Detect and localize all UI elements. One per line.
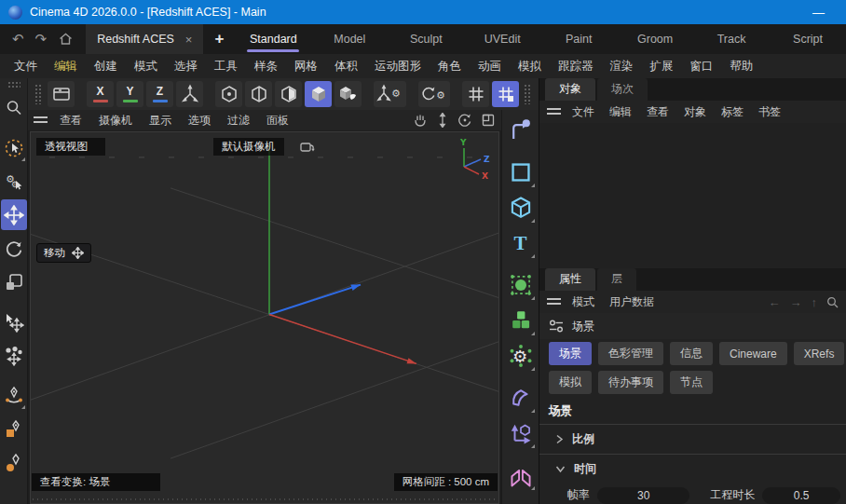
om-menu-file[interactable]: 文件 xyxy=(565,104,602,120)
menu-help[interactable]: 帮助 xyxy=(722,59,762,75)
lock-z-axis-button[interactable]: Z xyxy=(146,81,173,107)
subdivision-surface-button[interactable] xyxy=(505,268,537,302)
selected-object-row[interactable]: 场景 xyxy=(539,313,846,339)
vp-menu-panel[interactable]: 面板 xyxy=(258,113,297,129)
redo-icon[interactable]: ↷ xyxy=(35,31,48,48)
volume-builder-button[interactable] xyxy=(505,304,537,337)
menu-create[interactable]: 创建 xyxy=(86,59,126,75)
menu-file[interactable]: 文件 xyxy=(6,59,46,75)
workspace-tab-sculpt[interactable]: Sculpt xyxy=(388,24,464,54)
tab-takes[interactable]: 场次 xyxy=(597,78,648,101)
category-todo[interactable]: 待办事项 xyxy=(598,371,663,394)
category-cineware[interactable]: Cineware xyxy=(719,342,787,365)
menu-extensions[interactable]: 扩展 xyxy=(642,59,682,75)
vp-menu-view[interactable]: 查看 xyxy=(51,113,90,129)
camera-swap-icon[interactable] xyxy=(299,140,316,154)
menu-tools[interactable]: 工具 xyxy=(206,59,246,75)
live-selection-tool[interactable] xyxy=(1,132,27,163)
tab-layers[interactable]: 层 xyxy=(597,268,636,291)
toolbar-drag-handle-2[interactable] xyxy=(524,84,532,104)
pan-hand-icon[interactable] xyxy=(413,113,428,128)
minimize-button[interactable]: — xyxy=(799,6,838,20)
workspace-tab-track[interactable]: Track xyxy=(693,24,770,54)
hierarchy-up-icon[interactable]: ↑ xyxy=(812,295,818,309)
category-info[interactable]: 信息 xyxy=(670,342,713,365)
undo-icon[interactable]: ↶ xyxy=(12,31,24,48)
scale-tool[interactable] xyxy=(1,266,27,297)
commander-search-button[interactable] xyxy=(1,92,27,123)
vp-menu-filter[interactable]: 过滤 xyxy=(219,113,258,129)
menu-mode[interactable]: 模式 xyxy=(126,59,166,75)
lock-y-axis-button[interactable]: Y xyxy=(116,81,143,107)
workspace-tab-groom[interactable]: Groom xyxy=(617,24,693,54)
vp-menu-cameras[interactable]: 摄像机 xyxy=(90,113,141,129)
menu-mesh[interactable]: 网格 xyxy=(286,59,326,75)
spline-pen-tool[interactable] xyxy=(1,380,27,411)
menu-window[interactable]: 窗口 xyxy=(682,59,722,75)
om-menu-view[interactable]: 查看 xyxy=(639,104,676,120)
am-menu-userdata[interactable]: 用户数据 xyxy=(602,294,662,310)
rectangle-spline-button[interactable] xyxy=(505,156,537,189)
tool-settings-button[interactable]: ⚙⚙ xyxy=(1,166,27,197)
workplane-button[interactable] xyxy=(48,81,75,107)
viewport-canvas[interactable]: 透视视图 默认摄像机 Y Z X 移动 xyxy=(30,131,499,504)
menu-spline[interactable]: 样条 xyxy=(246,59,286,75)
category-nodes[interactable]: 节点 xyxy=(670,371,713,394)
am-hamburger-icon[interactable] xyxy=(547,298,561,306)
om-menu-objects[interactable]: 对象 xyxy=(676,104,714,120)
vp-menu-options[interactable]: 选项 xyxy=(180,113,219,129)
timeline-collapsed-strip[interactable] xyxy=(31,497,498,501)
om-menu-edit[interactable]: 编辑 xyxy=(602,104,639,120)
texture-mode-button[interactable] xyxy=(334,81,362,107)
category-color-management[interactable]: 色彩管理 xyxy=(598,342,663,365)
om-menu-bookmarks[interactable]: 书签 xyxy=(751,104,788,120)
symmetry-button[interactable] xyxy=(505,458,537,492)
tab-attributes[interactable]: 属性 xyxy=(545,268,595,291)
move-tool[interactable] xyxy=(1,199,27,230)
spline-rectangle-tool[interactable] xyxy=(1,414,27,444)
bend-deformer-button[interactable] xyxy=(505,381,537,415)
dolly-icon[interactable] xyxy=(436,113,449,128)
orbit-icon[interactable] xyxy=(457,113,472,128)
spline-circle-tool[interactable] xyxy=(1,447,27,478)
workspace-tab-paint[interactable]: Paint xyxy=(540,24,617,54)
polygon-mode-button[interactable] xyxy=(275,81,302,107)
motion-camera-button[interactable] xyxy=(505,500,537,504)
toolbar-drag-handle[interactable] xyxy=(34,84,43,104)
model-mode-button[interactable] xyxy=(305,81,332,107)
workplane-grid-button[interactable] xyxy=(462,81,489,107)
menu-simulate[interactable]: 模拟 xyxy=(510,59,550,75)
rotate-tool[interactable] xyxy=(1,233,27,264)
text-object-button[interactable]: T xyxy=(505,226,537,260)
null-axis-button[interactable] xyxy=(505,416,537,450)
menu-animate[interactable]: 动画 xyxy=(470,59,510,75)
menu-character[interactable]: 角色 xyxy=(430,59,470,75)
viewport-hamburger-icon[interactable] xyxy=(34,116,48,125)
document-tab[interactable]: Redshift ACES × xyxy=(86,24,203,54)
deformer-button[interactable]: ⚙ xyxy=(505,339,537,373)
cube-primitive-button[interactable] xyxy=(505,191,537,225)
transform-tool[interactable] xyxy=(1,306,27,337)
coordinate-system-button[interactable] xyxy=(176,81,203,107)
history-forward-icon[interactable]: → xyxy=(790,295,802,309)
workspace-tab-script[interactable]: Script xyxy=(770,24,846,54)
workspace-tab-uvedit[interactable]: UVEdit xyxy=(464,24,540,54)
category-scene[interactable]: 场景 xyxy=(549,342,592,365)
category-simulation[interactable]: 模拟 xyxy=(549,371,592,394)
menu-mograph[interactable]: 运动图形 xyxy=(366,59,430,75)
tab-objects[interactable]: 对象 xyxy=(545,78,595,101)
points-mode-button[interactable] xyxy=(215,81,242,107)
new-document-button[interactable]: + xyxy=(203,24,235,54)
snapping-button[interactable] xyxy=(492,81,519,107)
home-icon[interactable] xyxy=(58,32,74,47)
category-xrefs[interactable]: XRefs xyxy=(794,342,845,365)
am-menu-mode[interactable]: 模式 xyxy=(565,294,602,310)
menu-tracker[interactable]: 跟踪器 xyxy=(550,59,602,75)
view-name-label[interactable]: 透视视图 xyxy=(36,138,105,156)
enable-quantizing-button[interactable]: ⚙ xyxy=(418,81,451,107)
om-menu-tags[interactable]: 标签 xyxy=(714,104,751,120)
om-hamburger-icon[interactable] xyxy=(547,108,561,116)
menu-volume[interactable]: 体积 xyxy=(326,59,366,75)
close-tab-icon[interactable]: × xyxy=(185,33,193,47)
lock-x-axis-button[interactable]: X xyxy=(87,81,114,107)
